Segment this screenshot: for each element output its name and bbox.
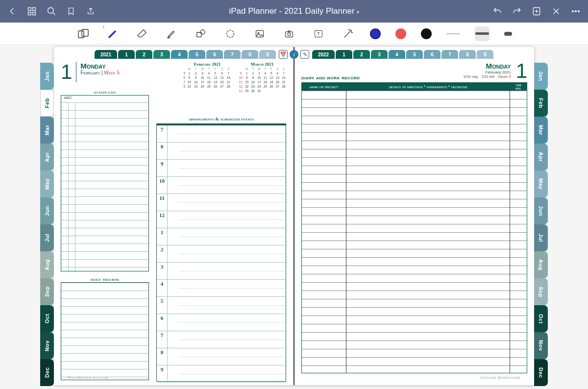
side-tab-sep[interactable]: Sep	[40, 278, 54, 305]
month-tab-8[interactable]: 8	[242, 50, 258, 59]
month-tab-1[interactable]: 1	[336, 50, 352, 59]
side-tab-jul[interactable]: Jul	[534, 224, 548, 251]
col-name-project: name or project	[302, 84, 346, 89]
side-tab-may[interactable]: May	[534, 170, 548, 197]
side-tab-aug[interactable]: Aug	[40, 251, 54, 278]
side-tab-nov[interactable]: Nov	[40, 332, 54, 359]
close-icon[interactable]	[551, 6, 562, 17]
stroke-thin[interactable]	[446, 33, 460, 34]
side-tab-jan[interactable]: Jan	[40, 63, 54, 90]
svg-rect-3	[33, 12, 36, 15]
month-tab-6[interactable]: 6	[206, 50, 223, 59]
month-tab-5[interactable]: 5	[189, 50, 205, 59]
appt-hour-7[interactable]: 7	[157, 125, 286, 143]
appt-hour-9[interactable]: 9	[157, 365, 286, 383]
month-tab-3[interactable]: 3	[371, 50, 388, 59]
appt-hour-8[interactable]: 8	[157, 143, 286, 160]
side-tab-feb[interactable]: Feb	[534, 90, 548, 117]
document-canvas[interactable]: 2021123456789 📅 i ✎ 2022123456789 JanFeb…	[0, 45, 588, 389]
side-tab-dec[interactable]: Dec	[534, 359, 548, 386]
side-tab-aug[interactable]: Aug	[534, 251, 548, 278]
info-icon[interactable]: i	[290, 50, 298, 59]
add-page-icon[interactable]	[531, 6, 542, 17]
redo-icon[interactable]	[512, 6, 522, 17]
side-tab-jun[interactable]: Jun	[40, 197, 54, 224]
appt-hour-5[interactable]: 5	[157, 297, 286, 314]
magic-tool[interactable]	[341, 26, 355, 41]
month-tab-7[interactable]: 7	[224, 50, 241, 59]
search-icon[interactable]	[46, 6, 57, 17]
zoom-tool[interactable]	[76, 26, 91, 41]
side-tab-apr[interactable]: Apr	[534, 144, 548, 170]
month-tab-2[interactable]: 2	[136, 50, 152, 59]
side-tab-jan[interactable]: Jan	[534, 63, 548, 90]
side-tab-oct[interactable]: Oct	[40, 305, 54, 332]
camera-tool[interactable]	[282, 26, 296, 41]
month-tab-6[interactable]: 6	[424, 50, 441, 59]
year-tab[interactable]: 2022	[312, 50, 335, 59]
appt-hour-9[interactable]: 9	[157, 160, 286, 177]
bookmark-icon[interactable]	[66, 6, 76, 17]
document-title[interactable]: iPad Planner - 2021 Daily Planner▾	[229, 6, 359, 16]
grid-icon[interactable]	[26, 6, 37, 17]
more-icon[interactable]	[570, 6, 581, 17]
action-list-box[interactable]: action list ABC	[61, 95, 149, 271]
color-black[interactable]	[421, 28, 432, 39]
appt-hour-2[interactable]: 2	[157, 245, 286, 263]
eraser-tool[interactable]	[135, 26, 149, 41]
pen-tool[interactable]: ᚼ	[105, 26, 120, 41]
month-tab-3[interactable]: 3	[153, 50, 170, 59]
svg-point-17	[200, 29, 205, 34]
month-tab-9[interactable]: 9	[259, 50, 276, 59]
appt-hour-7[interactable]: 7	[157, 331, 286, 348]
side-tab-nov[interactable]: Nov	[534, 332, 548, 359]
edit-icon[interactable]: ✎	[300, 50, 309, 59]
month-tab-5[interactable]: 5	[406, 50, 423, 59]
side-tab-feb[interactable]: Feb	[40, 90, 54, 117]
side-tab-oct[interactable]: Oct	[534, 305, 548, 332]
appointments-box[interactable]: 789101112123456789	[156, 123, 286, 382]
side-tab-jul[interactable]: Jul	[40, 224, 54, 251]
appt-hour-11[interactable]: 11	[157, 194, 286, 211]
appt-hour-12[interactable]: 12	[157, 211, 286, 228]
side-tab-mar[interactable]: Mar	[40, 117, 54, 144]
appt-hour-6[interactable]: 6	[157, 314, 286, 331]
side-tab-jun[interactable]: Jun	[534, 197, 548, 224]
month-tab-1[interactable]: 1	[118, 50, 135, 59]
appt-hour-4[interactable]: 4	[157, 280, 286, 297]
appt-hour-8[interactable]: 8	[157, 348, 286, 365]
month-tab-9[interactable]: 9	[477, 50, 493, 59]
appt-hour-1[interactable]: 1	[157, 228, 286, 245]
side-tab-mar[interactable]: Mar	[534, 117, 548, 144]
lasso-tool[interactable]	[223, 26, 238, 41]
side-tab-may[interactable]: May	[40, 170, 54, 197]
month-tab-7[interactable]: 7	[441, 50, 458, 59]
image-tool[interactable]	[252, 26, 267, 41]
month-tab-4[interactable]: 4	[171, 50, 188, 59]
stroke-medium[interactable]	[475, 26, 490, 41]
stroke-cap[interactable]	[504, 32, 512, 36]
month-tab-8[interactable]: 8	[459, 50, 476, 59]
chevron-down-icon: ▾	[357, 9, 359, 15]
color-red[interactable]	[395, 28, 406, 39]
year-icon[interactable]: 📅	[279, 50, 288, 59]
footer-left: PhotoMaterial.etsy.com	[68, 376, 108, 379]
highlighter-tool[interactable]	[164, 26, 179, 41]
text-tool[interactable]: T	[311, 26, 326, 41]
year-tab[interactable]: 2021	[95, 50, 117, 59]
month-tab-4[interactable]: 4	[389, 50, 405, 59]
month-tab-2[interactable]: 2	[353, 50, 370, 59]
side-tab-apr[interactable]: Apr	[40, 144, 54, 170]
back-icon[interactable]	[7, 6, 18, 17]
side-tab-sep[interactable]: Sep	[534, 278, 548, 305]
appt-hour-3[interactable]: 3	[157, 263, 286, 280]
undo-icon[interactable]	[492, 6, 503, 17]
side-tab-dec[interactable]: Dec	[40, 359, 54, 386]
color-navy[interactable]	[370, 28, 381, 39]
daily-tracker-box[interactable]: daily tracker	[61, 282, 149, 380]
shape-tool[interactable]	[194, 26, 208, 41]
share-icon[interactable]	[85, 6, 96, 17]
appt-hour-10[interactable]: 10	[157, 177, 286, 194]
diary-title: diary and work record	[301, 74, 360, 80]
diary-table[interactable]: name or project details of meetings * ag…	[301, 82, 527, 373]
